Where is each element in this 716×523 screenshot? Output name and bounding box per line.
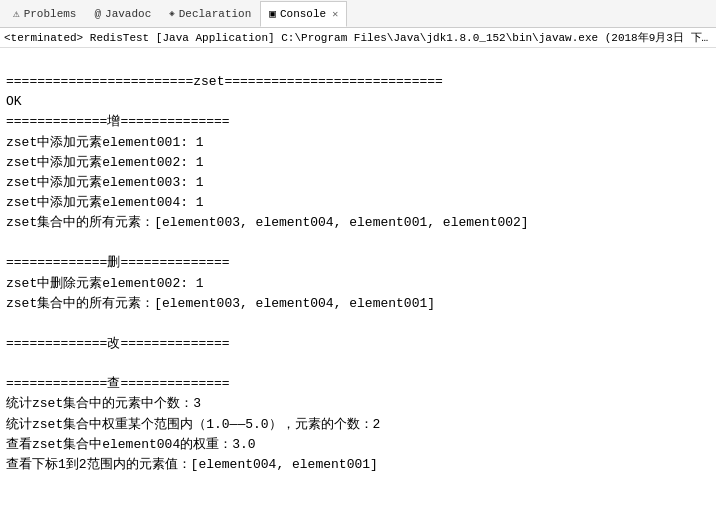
javadoc-icon: @ bbox=[94, 8, 101, 20]
console-line: =============删============== bbox=[6, 253, 710, 273]
declaration-icon: ◈ bbox=[169, 8, 174, 19]
console-line: 统计zset集合中的元素中个数：3 bbox=[6, 394, 710, 414]
console-line bbox=[6, 314, 710, 334]
console-line: =============改============== bbox=[6, 334, 710, 354]
console-icon: ▣ bbox=[269, 7, 276, 20]
tab-problems[interactable]: ⚠ Problems bbox=[4, 1, 85, 27]
tab-declaration[interactable]: ◈ Declaration bbox=[160, 1, 260, 27]
console-line: 统计zset集合中权重某个范围内（1.0——5.0），元素的个数：2 bbox=[6, 415, 710, 435]
console-line: zset中添加元素element003: 1 bbox=[6, 173, 710, 193]
tab-javadoc[interactable]: @ Javadoc bbox=[85, 1, 160, 27]
info-bar: <terminated> RedisTest [Java Application… bbox=[0, 28, 716, 48]
console-line bbox=[6, 354, 710, 374]
problems-icon: ⚠ bbox=[13, 7, 20, 20]
info-text: <terminated> RedisTest [Java Application… bbox=[4, 32, 716, 44]
console-output[interactable]: ========================zset============… bbox=[0, 48, 716, 521]
close-icon[interactable]: ✕ bbox=[332, 8, 338, 20]
tab-problems-label: Problems bbox=[24, 8, 77, 20]
console-line: =============增============== bbox=[6, 112, 710, 132]
console-line: zset中删除元素element002: 1 bbox=[6, 274, 710, 294]
console-line: zset集合中的所有元素：[element003, element004, el… bbox=[6, 294, 710, 314]
tab-declaration-label: Declaration bbox=[179, 8, 252, 20]
tab-javadoc-label: Javadoc bbox=[105, 8, 151, 20]
console-line: zset中添加元素element001: 1 bbox=[6, 133, 710, 153]
console-line: ========================zset============… bbox=[6, 72, 710, 92]
console-line: OK bbox=[6, 92, 710, 112]
console-line: zset中添加元素element002: 1 bbox=[6, 153, 710, 173]
tab-bar: ⚠ Problems @ Javadoc ◈ Declaration ▣ Con… bbox=[0, 0, 716, 28]
console-line: =============查============== bbox=[6, 374, 710, 394]
console-line: zset中添加元素element004: 1 bbox=[6, 193, 710, 213]
console-line: 查看zset集合中element004的权重：3.0 bbox=[6, 435, 710, 455]
console-line: 查看下标1到2范围内的元素值：[element004, element001] bbox=[6, 455, 710, 475]
console-line bbox=[6, 233, 710, 253]
console-line: zset集合中的所有元素：[element003, element004, el… bbox=[6, 213, 710, 233]
tab-console-label: Console bbox=[280, 8, 326, 20]
tab-console[interactable]: ▣ Console ✕ bbox=[260, 1, 347, 27]
